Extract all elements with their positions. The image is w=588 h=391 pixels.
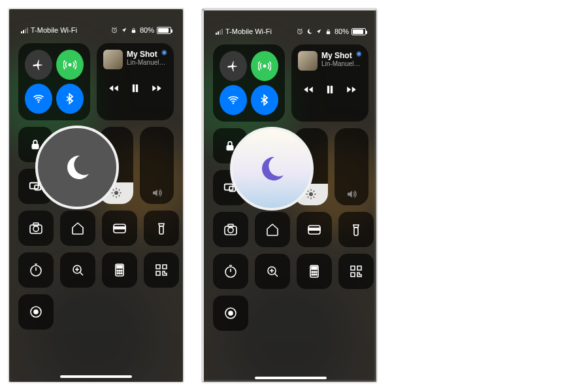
cellular-signal-icon [21, 27, 28, 33]
home-indicator[interactable] [255, 377, 327, 379]
timer-button[interactable] [213, 254, 248, 289]
prev-track-button[interactable] [108, 82, 120, 94]
status-bar: T-Mobile Wi-Fi 80% [213, 10, 368, 38]
cellular-data-button[interactable] [251, 51, 278, 81]
home-button[interactable] [255, 212, 290, 247]
home-indicator[interactable] [60, 375, 132, 378]
album-art [103, 50, 123, 69]
airplane-mode-button[interactable] [25, 50, 52, 80]
wifi-button[interactable] [25, 84, 52, 114]
cellular-data-button[interactable] [56, 50, 84, 80]
wallet-button[interactable] [297, 212, 332, 247]
qr-scanner-button[interactable] [144, 252, 179, 288]
volume-slider[interactable] [335, 128, 368, 205]
carrier-label: T-Mobile Wi-Fi [225, 27, 272, 35]
play-pause-button[interactable] [129, 82, 142, 95]
camera-button[interactable] [213, 212, 248, 247]
calculator-button[interactable] [297, 254, 332, 289]
dnd-highlight-on [230, 127, 314, 211]
camera-button[interactable] [18, 211, 54, 246]
screenshot-3: T-Mobile Wi-Fi 80% ◉ My Shot [203, 9, 378, 383]
rotation-lock-icon [325, 28, 332, 35]
home-button[interactable] [60, 211, 95, 246]
screen-record-button[interactable] [213, 296, 248, 331]
wallet-button[interactable] [102, 211, 137, 246]
dnd-highlight-off [35, 126, 119, 209]
track-artist: Lin-Manuel Miran… [127, 59, 167, 66]
bluetooth-button[interactable] [251, 85, 278, 115]
airplane-mode-button[interactable] [220, 51, 247, 81]
album-art [298, 51, 318, 71]
qr-scanner-button[interactable] [338, 254, 374, 289]
airplay-icon[interactable]: ◉ [356, 50, 362, 57]
location-icon [316, 28, 322, 35]
flashlight-button[interactable] [338, 212, 374, 247]
calculator-button[interactable] [102, 252, 137, 288]
cellular-signal-icon [216, 28, 223, 35]
carrier-label: T-Mobile Wi-Fi [31, 26, 77, 34]
magnifier-button[interactable] [255, 254, 290, 289]
track-artist: Lin-Manuel Miran… [321, 60, 362, 67]
screen-record-button[interactable] [18, 294, 54, 330]
location-icon [121, 27, 127, 33]
now-playing-card[interactable]: ◉ My Shot Lin-Manuel Miran… [97, 43, 174, 120]
wifi-button[interactable] [220, 85, 247, 115]
bluetooth-button[interactable] [56, 84, 84, 114]
battery-percent: 80% [140, 26, 154, 34]
rotation-lock-icon [130, 27, 137, 34]
battery-icon [157, 27, 171, 34]
connectivity-card[interactable] [213, 44, 285, 122]
play-pause-button[interactable] [323, 83, 336, 96]
screenshot-2: Do Not Disturb For 1 hour Until this eve… [201, 8, 378, 383]
alarm-icon [110, 26, 118, 34]
status-bar: T-Mobile Wi-Fi 80% [18, 9, 174, 37]
battery-percent: 80% [335, 27, 349, 35]
dnd-status-moon-icon [306, 28, 313, 35]
timer-button[interactable] [18, 252, 54, 288]
magnifier-button[interactable] [60, 252, 95, 288]
screenshot-1: T-Mobile Wi-Fi 80% ◉ My Shot [8, 8, 184, 383]
next-track-button[interactable] [151, 82, 163, 94]
now-playing-card[interactable]: ◉ My Shot Lin-Manuel Miran… [291, 44, 368, 122]
moon-icon [61, 152, 93, 183]
prev-track-button[interactable] [302, 84, 314, 95]
moon-icon [256, 153, 287, 184]
airplay-icon[interactable]: ◉ [161, 48, 167, 56]
alarm-icon [296, 27, 304, 35]
next-track-button[interactable] [346, 84, 357, 95]
volume-slider[interactable] [140, 127, 174, 204]
battery-icon [351, 28, 366, 35]
connectivity-card[interactable] [18, 43, 90, 120]
flashlight-button[interactable] [144, 211, 179, 246]
